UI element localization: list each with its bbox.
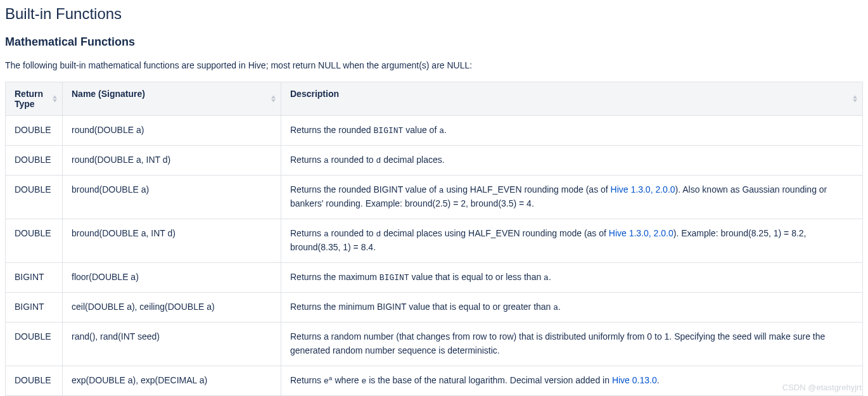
inline-code: a xyxy=(439,126,444,136)
cell-description: Returns ea where e is the base of the na… xyxy=(281,366,863,395)
intro-text: The following built-in mathematical func… xyxy=(5,60,863,70)
table-row: DOUBLEexp(DOUBLE a), exp(DECIMAL a)Retur… xyxy=(6,366,863,395)
cell-description: Returns a rounded to d decimal places us… xyxy=(281,219,863,263)
cell-description: Returns a random number (that changes fr… xyxy=(281,323,863,366)
cell-signature: exp(DOUBLE a), exp(DECIMAL a) xyxy=(63,366,281,395)
svg-marker-5 xyxy=(853,99,857,103)
cell-signature: round(DOUBLE a) xyxy=(63,116,281,146)
svg-marker-0 xyxy=(53,96,57,99)
cell-description: Returns the rounded BIGINT value of a. xyxy=(281,116,863,146)
inline-code: BIGINT xyxy=(380,273,409,283)
header-description-label: Description xyxy=(290,89,339,99)
sort-icon[interactable] xyxy=(853,96,857,103)
version-link[interactable]: Hive 1.3.0, 2.0.0 xyxy=(609,228,673,238)
table-body: DOUBLEround(DOUBLE a)Returns the rounded… xyxy=(6,116,863,396)
functions-table: Return Type Name (Signature) Description xyxy=(5,82,863,396)
table-header-row: Return Type Name (Signature) Description xyxy=(6,82,863,116)
table-row: BIGINTceil(DOUBLE a), ceiling(DOUBLE a)R… xyxy=(6,293,863,323)
cell-return-type: BIGINT xyxy=(6,293,63,323)
cell-return-type: DOUBLE xyxy=(6,146,63,176)
table-row: DOUBLEbround(DOUBLE a, INT d)Returns a r… xyxy=(6,219,863,263)
inline-code: d xyxy=(376,156,381,165)
cell-return-type: DOUBLE xyxy=(6,176,63,219)
cell-return-type: DOUBLE xyxy=(6,219,63,263)
table-row: BIGINTfloor(DOUBLE a)Returns the maximum… xyxy=(6,262,863,292)
cell-return-type: DOUBLE xyxy=(6,366,63,395)
inline-code: a xyxy=(324,229,329,239)
sort-icon[interactable] xyxy=(271,96,276,103)
cell-signature: bround(DOUBLE a) xyxy=(63,176,281,219)
sort-icon[interactable] xyxy=(53,96,57,103)
cell-return-type: DOUBLE xyxy=(6,323,63,366)
cell-description: Returns the maximum BIGINT value that is… xyxy=(281,262,863,292)
header-return-type[interactable]: Return Type xyxy=(6,82,63,116)
version-link[interactable]: Hive 1.3.0, 2.0.0 xyxy=(611,184,675,195)
table-row: DOUBLEbround(DOUBLE a)Returns the rounde… xyxy=(6,176,863,219)
inline-code: d xyxy=(376,229,381,239)
cell-description: Returns a rounded to d decimal places. xyxy=(281,146,863,176)
header-return-type-label: Return Type xyxy=(15,89,43,109)
svg-marker-2 xyxy=(271,96,276,99)
page-title: Built-in Functions xyxy=(5,5,863,23)
cell-signature: round(DOUBLE a, INT d) xyxy=(63,146,281,176)
header-description[interactable]: Description xyxy=(281,82,863,116)
version-link[interactable]: Hive 0.13.0 xyxy=(612,375,657,385)
svg-marker-4 xyxy=(853,96,857,99)
cell-signature: floor(DOUBLE a) xyxy=(63,262,281,292)
cell-return-type: BIGINT xyxy=(6,262,63,292)
inline-code: a xyxy=(324,156,329,165)
inline-code: a xyxy=(544,273,549,283)
cell-signature: rand(), rand(INT seed) xyxy=(63,323,281,366)
inline-code: a xyxy=(439,186,444,195)
table-row: DOUBLErand(), rand(INT seed)Returns a ra… xyxy=(6,323,863,366)
header-name-label: Name (Signature) xyxy=(72,89,145,99)
svg-marker-3 xyxy=(271,99,276,103)
section-title: Mathematical Functions xyxy=(5,35,863,49)
inline-code: a xyxy=(553,303,558,312)
cell-signature: bround(DOUBLE a, INT d) xyxy=(63,219,281,263)
cell-return-type: DOUBLE xyxy=(6,116,63,146)
header-name[interactable]: Name (Signature) xyxy=(63,82,281,116)
inline-code: BIGINT xyxy=(374,126,404,136)
table-row: DOUBLEround(DOUBLE a)Returns the rounded… xyxy=(6,116,863,146)
cell-signature: ceil(DOUBLE a), ceiling(DOUBLE a) xyxy=(63,293,281,323)
cell-description: Returns the rounded BIGINT value of a us… xyxy=(281,176,863,219)
cell-description: Returns the minimum BIGINT value that is… xyxy=(281,293,863,323)
inline-code: e xyxy=(362,376,367,386)
table-row: DOUBLEround(DOUBLE a, INT d)Returns a ro… xyxy=(6,146,863,176)
inline-code: ea xyxy=(324,376,333,386)
svg-marker-1 xyxy=(53,99,57,103)
